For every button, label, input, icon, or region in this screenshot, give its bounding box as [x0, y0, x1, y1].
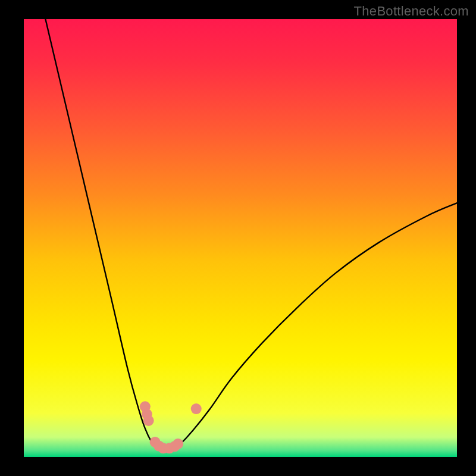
watermark-text: TheBottleneck.com: [354, 4, 469, 19]
curve-marker: [143, 415, 154, 426]
curve-marker: [191, 403, 202, 414]
plot-background: [24, 19, 457, 457]
chart-stage: TheBottleneck.com: [0, 0, 476, 476]
curve-marker: [173, 439, 183, 449]
bottleneck-curve-chart: [0, 0, 476, 476]
